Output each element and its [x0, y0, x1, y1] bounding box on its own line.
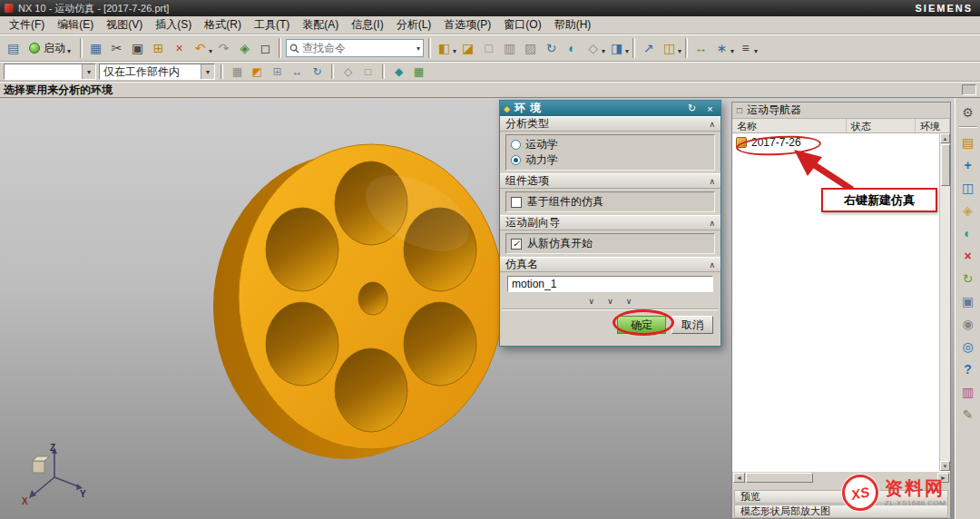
mesh-icon[interactable]: ▦ [410, 64, 427, 80]
menu-item-help[interactable]: 帮助(H) [548, 16, 598, 34]
search-caret-icon[interactable]: ▾ [416, 44, 420, 53]
process-icon[interactable]: ▣ [957, 289, 979, 312]
component-based-sim-checkbox[interactable]: 基于组件的仿真 [511, 194, 710, 210]
menu-item-analysis[interactable]: 分析(L) [390, 16, 438, 34]
measure-icon[interactable]: ↔ [691, 37, 711, 59]
column-environment[interactable]: 环境 [916, 119, 950, 132]
caret-down-icon[interactable]: ▾ [82, 64, 95, 79]
solid-icon[interactable]: ◆ [390, 64, 407, 80]
info-icon[interactable]: ◎ [957, 335, 979, 357]
menu-item-tools[interactable]: 工具(T) [248, 16, 296, 34]
ghost-icon[interactable]: ◇ [339, 64, 357, 80]
reuse-library-icon[interactable]: ◈ [957, 199, 979, 221]
chevron-up-icon[interactable]: ∧ [709, 260, 715, 269]
scroll-left-icon[interactable]: ◄ [733, 473, 745, 483]
annotate-icon[interactable]: ✎ [957, 403, 979, 426]
shaded-view-icon[interactable]: ◪ [457, 37, 478, 59]
navigator-title-bar[interactable]: □ 运动导航器 [732, 103, 950, 119]
section-component-options[interactable]: 组件选项 ∧ [500, 173, 720, 189]
move-component-icon[interactable]: ↗ [638, 37, 659, 59]
radio-kinematics[interactable]: 运动学 [511, 137, 710, 152]
column-status[interactable]: 状态 [847, 119, 916, 132]
snapshot-icon[interactable]: ▨ [520, 37, 541, 59]
navigator-vertical-scrollbar[interactable]: ▲ ▼ [939, 133, 950, 471]
chevron-up-icon[interactable]: ∧ [709, 120, 715, 129]
checkbox-icon[interactable] [511, 197, 522, 208]
add-icon[interactable]: + [957, 153, 979, 176]
hd3d-icon[interactable]: ◐ [957, 221, 979, 244]
navigator-tree[interactable]: 2017-7-26 右键新建仿真 ▲ ▼ [732, 133, 950, 471]
part-navigator-icon[interactable]: ◫ [957, 176, 979, 199]
checkbox-checked-icon[interactable]: ✓ [511, 239, 522, 250]
undo-icon[interactable]: ↶ [190, 37, 211, 59]
radio-dynamics[interactable]: 动力学 [511, 152, 710, 168]
section-analysis-type[interactable]: 分析类型 ∧ [500, 116, 720, 132]
shade-half-icon[interactable]: ◐ [562, 37, 583, 59]
wheel-model[interactable] [204, 122, 522, 472]
start-menu-button[interactable]: 启动 ▾ [24, 39, 77, 58]
menu-item-edit[interactable]: 编辑(E) [51, 16, 100, 34]
radio-icon[interactable] [511, 140, 521, 150]
new-file-icon[interactable]: ▤ [3, 37, 24, 59]
chevron-up-icon[interactable]: ∧ [709, 219, 715, 228]
gear-icon[interactable]: ⚙ [957, 101, 979, 123]
save-icon[interactable]: ▦ [85, 37, 106, 59]
scroll-up-icon[interactable]: ▲ [940, 133, 950, 143]
ok-button[interactable]: 确定 [617, 316, 666, 334]
caret-down-icon[interactable]: ▾ [201, 64, 214, 79]
cut-icon[interactable]: ✂ [106, 37, 127, 59]
palette-icon[interactable]: ▥ [957, 380, 979, 403]
tree-item-simulation[interactable]: 2017-7-26 [732, 133, 950, 152]
box-select-icon[interactable]: □ [359, 64, 377, 80]
wireframe-view-icon[interactable]: □ [478, 37, 499, 59]
film-icon[interactable]: ▦ [229, 64, 246, 80]
render-style-icon[interactable]: ◧ [434, 37, 455, 59]
dialog-expander[interactable]: ∨ ∨ ∨ [500, 294, 720, 308]
section-view-icon[interactable]: ◨ [606, 37, 627, 59]
section-joint-wizard[interactable]: 运动副向导 ∧ [500, 215, 720, 230]
snap-point-icon[interactable]: ∗ [711, 37, 732, 59]
new-sim-wizard-checkbox[interactable]: ✓ 从新仿真开始 [511, 236, 710, 251]
command-finder[interactable]: ▾ [286, 39, 424, 57]
menu-item-format[interactable]: 格式(R) [198, 16, 248, 34]
section-sim-name[interactable]: 仿真名 ∧ [500, 257, 720, 272]
selection-filter-select[interactable]: ▾ [4, 64, 96, 80]
rotate-view-icon[interactable]: ↻ [541, 37, 562, 59]
window-icon[interactable]: ◻ [255, 37, 276, 59]
pan-icon[interactable]: ↔ [289, 64, 306, 80]
menu-item-preferences[interactable]: 首选项(P) [437, 16, 497, 34]
view-grid-icon[interactable]: ▥ [499, 37, 520, 59]
delete-icon[interactable]: × [169, 37, 190, 59]
radio-selected-icon[interactable] [511, 155, 521, 165]
history-icon[interactable]: ↻ [957, 267, 979, 289]
target-icon[interactable]: ◉ [957, 312, 979, 335]
copy-icon[interactable]: ▣ [127, 37, 148, 59]
column-name[interactable]: 名称 [732, 119, 847, 132]
command-list-caret-icon[interactable]: ▾ [754, 47, 758, 55]
dialog-reset-icon[interactable]: ↻ [685, 103, 699, 114]
menu-item-information[interactable]: 信息(I) [345, 16, 389, 34]
search-input[interactable] [302, 42, 414, 54]
menu-item-view[interactable]: 视图(V) [100, 16, 149, 34]
sim-name-input[interactable] [507, 276, 713, 292]
orbit-icon[interactable]: ↻ [309, 64, 326, 80]
orient-view-icon[interactable]: ◇ [583, 37, 603, 59]
scrollbar-thumb[interactable] [746, 473, 813, 483]
section-view-caret-icon[interactable]: ▾ [625, 47, 629, 55]
command-list-icon[interactable]: ≡ [735, 37, 756, 59]
assembly-navigator-icon[interactable]: ▤ [957, 131, 979, 153]
paste-icon[interactable]: ⊞ [148, 37, 169, 59]
redo-icon[interactable]: ↷ [213, 37, 234, 59]
scrollbar-thumb[interactable] [941, 144, 950, 186]
layer-icon[interactable]: ◩ [249, 64, 266, 80]
selection-scope-select[interactable]: 仅在工作部件内 ▾ [99, 64, 215, 80]
close-icon[interactable]: × [957, 244, 979, 267]
menu-item-file[interactable]: 文件(F) [3, 16, 51, 34]
grid-icon[interactable]: ⊞ [269, 64, 286, 80]
dialog-title-bar[interactable]: ◆ 环境 ↻ × [500, 101, 720, 116]
chevron-up-icon[interactable]: ∧ [709, 177, 715, 186]
snap-point-caret-icon[interactable]: ▾ [730, 47, 734, 55]
dialog-close-icon[interactable]: × [703, 103, 717, 114]
refresh-icon[interactable]: ◈ [234, 37, 255, 59]
menu-item-window[interactable]: 窗口(O) [497, 16, 547, 34]
